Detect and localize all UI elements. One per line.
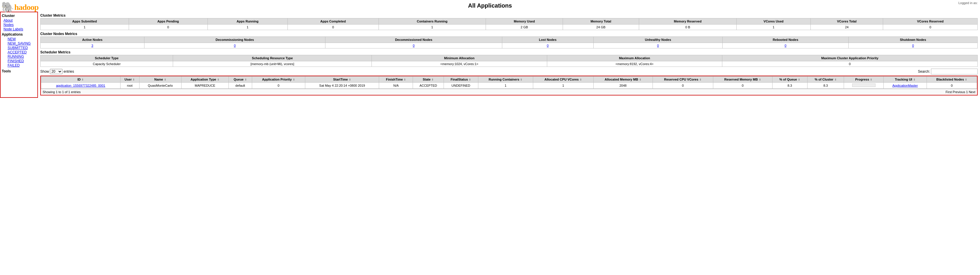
page-title: All Applications: [0, 0, 980, 10]
cluster-nodes-link[interactable]: 0: [234, 44, 235, 47]
apps-table-header[interactable]: Reserved CPU VCores ⇕: [652, 76, 713, 83]
sidebar-item-new-saving[interactable]: NEW_SAVING: [8, 41, 36, 46]
apps-table-header[interactable]: Allocated CPU VCores ⇕: [533, 76, 593, 83]
app-name-cell: QuasiMonteCarlo: [139, 83, 181, 89]
sort-icon: ⇕: [759, 78, 761, 81]
cluster-nodes-cell: 0: [502, 43, 593, 48]
app-start-time-cell: Sat May 4 22:20:14 +0800 2019: [305, 83, 379, 89]
scheduler-header: Maximum Cluster Application Priority: [722, 55, 977, 61]
sidebar-item-submitted[interactable]: SUBMITTED: [8, 46, 36, 50]
show-label: Show: [40, 70, 49, 73]
sidebar-item-failed[interactable]: FAILED: [8, 64, 36, 67]
sort-icon: ⇕: [699, 78, 702, 81]
cluster-metrics-cell: 0: [129, 24, 207, 30]
cluster-metrics-header: Memory Reserved: [639, 18, 737, 24]
apps-table-header[interactable]: % of Cluster ⇕: [807, 76, 844, 83]
apps-table-header[interactable]: User ⇕: [120, 76, 139, 83]
sidebar-item-running[interactable]: RUNNING: [8, 55, 36, 59]
scheduler-cell: 0: [722, 61, 977, 67]
apps-table-header[interactable]: ID ⇕: [41, 76, 121, 83]
cluster-metrics-header: Memory Used: [485, 18, 563, 24]
entries-select[interactable]: 20 50 100: [50, 69, 62, 74]
sort-icon: ⇕: [431, 78, 434, 81]
app-blacklisted-nodes-cell: 0: [927, 83, 977, 89]
tracking-ui-link[interactable]: ApplicationMaster: [892, 84, 918, 87]
cluster-nodes-cell: 0: [593, 43, 722, 48]
sidebar-item-new[interactable]: NEW: [8, 37, 36, 41]
app-pct-queue-cell: 8.3: [772, 83, 807, 89]
sidebar-item-node-labels[interactable]: Node Labels: [3, 27, 36, 31]
cluster-nodes-cell: 0: [722, 43, 849, 48]
app-running-containers-cell: 1: [478, 83, 533, 89]
apps-table-header[interactable]: Reserved Memory MB ⇕: [713, 76, 772, 83]
app-finish-time-cell: N/A: [379, 83, 413, 89]
sort-icon: ⇕: [349, 78, 351, 81]
sidebar-item-accepted[interactable]: ACCEPTED: [8, 50, 36, 54]
cluster-nodes-header: Decommissioning Nodes: [144, 37, 325, 43]
cluster-nodes-link[interactable]: 0: [657, 44, 659, 47]
apps-table-header[interactable]: StartTime ⇕: [305, 76, 379, 83]
search-input[interactable]: [931, 68, 978, 75]
cluster-nodes-cell: 3: [41, 43, 145, 48]
cluster-nodes-header: Unhealthy Nodes: [593, 37, 722, 43]
sidebar-item-finished[interactable]: FINISHED: [8, 59, 36, 63]
app-allocated-memory-cell: 2048: [593, 83, 652, 89]
app-reserved-memory-cell: 0: [713, 83, 772, 89]
apps-table-header[interactable]: FinishTime ⇕: [379, 76, 413, 83]
sort-icon: ⇕: [965, 78, 967, 81]
show-entries-bar: Show 20 50 100 entries Search:: [40, 68, 978, 75]
apps-table-header[interactable]: Tracking UI ⇕: [884, 76, 927, 83]
cluster-nodes-header: Rebooted Nodes: [722, 37, 849, 43]
cluster-nodes-metrics-table: Active NodesDecommissioning NodesDecommi…: [40, 37, 978, 48]
sort-icon: ⇕: [245, 78, 247, 81]
cluster-nodes-link[interactable]: 3: [91, 44, 93, 47]
sidebar-item-nodes[interactable]: Nodes: [3, 23, 36, 27]
sort-icon: ⇕: [164, 78, 166, 81]
cluster-nodes-header: Lost Nodes: [502, 37, 593, 43]
cluster-nodes-link[interactable]: 0: [912, 44, 914, 47]
apps-table-header[interactable]: State ⇕: [413, 76, 444, 83]
cluster-metrics-cell: 1: [737, 24, 810, 30]
entries-unit: entries: [64, 70, 74, 73]
pagination-page: 1: [966, 90, 968, 94]
apps-table-header[interactable]: Application Priority ⇕: [252, 76, 305, 83]
apps-table-header[interactable]: FinalStatus ⇕: [444, 76, 478, 83]
apps-table-header[interactable]: % of Queue ⇕: [772, 76, 807, 83]
sort-icon: ⇕: [580, 78, 582, 81]
apps-table-header[interactable]: Allocated Memory MB ⇕: [593, 76, 652, 83]
sort-icon: ⇕: [293, 78, 295, 81]
hadoop-logo: 🐘 hadoop: [1, 1, 38, 13]
app-id-link[interactable]: application_1556977322485_0001: [56, 84, 105, 87]
scheduler-cell: [memory-mb (unit=Mi), vcores]: [173, 61, 372, 67]
cluster-nodes-header: Decommissioned Nodes: [325, 37, 502, 43]
apps-table-header[interactable]: Running Containers ⇕: [478, 76, 533, 83]
cluster-metrics-header: Containers Running: [379, 18, 485, 24]
apps-table-header[interactable]: Name ⇕: [139, 76, 181, 83]
cluster-metrics-cell: 1: [41, 24, 129, 30]
sort-icon: ⇕: [404, 78, 406, 81]
pagination-previous[interactable]: Previous: [953, 90, 965, 94]
apps-table-header[interactable]: Queue ⇕: [229, 76, 252, 83]
apps-table-header[interactable]: Blacklisted Nodes ⇕: [927, 76, 977, 83]
app-queue-cell: default: [229, 83, 252, 89]
cluster-metrics-header: Memory Total: [563, 18, 639, 24]
sidebar-item-about[interactable]: About: [3, 18, 36, 22]
app-priority-cell: 0: [252, 83, 305, 89]
apps-table-header[interactable]: Progress ⇕: [844, 76, 884, 83]
app-state-cell: ACCEPTED: [413, 83, 444, 89]
pagination-first[interactable]: First: [945, 90, 952, 94]
cluster-nodes-header: Active Nodes: [41, 37, 145, 43]
main-content: Cluster Metrics Apps SubmittedApps Pendi…: [38, 12, 980, 98]
tools-section-label: Tools: [2, 69, 36, 73]
scheduler-header: Minimum Allocation: [372, 55, 547, 61]
scheduler-cell: <memory:1024, vCores:1>: [372, 61, 547, 67]
scheduler-header: Scheduler Type: [41, 55, 173, 61]
app-user-cell: root: [120, 83, 139, 89]
cluster-nodes-link[interactable]: 0: [785, 44, 786, 47]
apps-table-header[interactable]: Application Type ⇕: [181, 76, 229, 83]
cluster-nodes-link[interactable]: 0: [547, 44, 549, 47]
scheduler-metrics-title: Scheduler Metrics: [40, 50, 978, 54]
table-footer-pagination: First Previous 1 Next: [945, 90, 975, 94]
pagination-next[interactable]: Next: [969, 90, 975, 94]
cluster-nodes-link[interactable]: 0: [413, 44, 414, 47]
